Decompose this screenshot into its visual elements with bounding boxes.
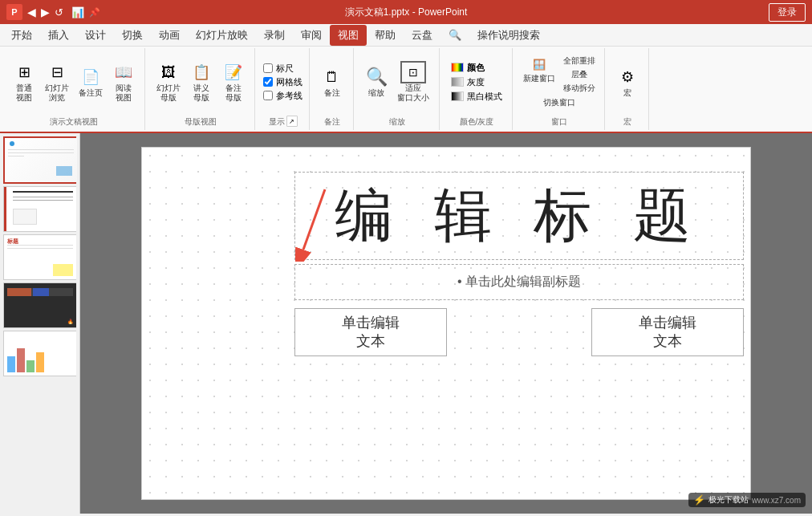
- slide-master-icon: 🖼: [157, 61, 180, 83]
- slide-text-left: 单击编辑文本: [342, 314, 400, 351]
- menu-item-search-ops[interactable]: 操作说明搜索: [469, 25, 548, 46]
- notes-icon: 🗒: [321, 66, 343, 88]
- show-label: 显示: [269, 116, 285, 128]
- macro-label: 宏: [623, 88, 631, 98]
- canvas-area[interactable]: 编 辑 标 题 • 单击此处编辑副标题 单击编辑文本 单击编辑文本 ⚡ 极光下载…: [80, 133, 812, 514]
- gridlines-label: 网格线: [276, 76, 302, 88]
- notes-page-button[interactable]: 📄 备注页: [75, 64, 106, 100]
- ribbon-group-presentation-views: ⊞ 普通视图 ⊟ 幻灯片浏览 📄 备注页 📖 阅读视图 演示文稿视图: [3, 48, 145, 130]
- gridlines-checkbox[interactable]: [263, 77, 273, 87]
- color-option-bw[interactable]: 黑白模式: [448, 90, 505, 104]
- menu-item-transition[interactable]: 切换: [114, 25, 151, 46]
- reading-view-icon: 📖: [112, 61, 135, 83]
- notes-label: 备注: [324, 88, 340, 98]
- slide-thumb-3-inner: 标题: [4, 235, 76, 279]
- menu-item-insert[interactable]: 插入: [40, 25, 77, 46]
- menu-item-design[interactable]: 设计: [77, 25, 114, 46]
- zoom-icon: 🔍: [365, 66, 388, 88]
- display-options: 标尺 网格线 参考线: [263, 63, 302, 102]
- ribbon: ⊞ 普通视图 ⊟ 幻灯片浏览 📄 备注页 📖 阅读视图 演示文稿视图 🖼 幻灯片…: [0, 47, 812, 133]
- slide-thumb-4[interactable]: 🔥: [3, 282, 76, 328]
- ribbon-group-window: 🪟 新建窗口 全部重排 层叠 移动拆分 切换窗口: [514, 48, 605, 130]
- grayscale-label: 灰度: [467, 76, 485, 88]
- move-split-button[interactable]: 移动拆分: [561, 82, 598, 95]
- slide-thumb-4-inner: 🔥: [4, 283, 76, 327]
- fit-window-button[interactable]: ⊡ 适应窗口大小: [394, 59, 432, 104]
- slide-sorter-button[interactable]: ⊟ 幻灯片浏览: [42, 59, 72, 104]
- color-group-label: 颜色/灰度: [460, 116, 494, 128]
- ruler-checkbox-label[interactable]: 标尺: [263, 63, 302, 75]
- color-swatch-full: [451, 63, 464, 72]
- slide-canvas[interactable]: 编 辑 标 题 • 单击此处编辑副标题 单击编辑文本 单击编辑文本: [141, 147, 751, 500]
- menu-item-cloud[interactable]: 云盘: [404, 25, 441, 46]
- macro-button[interactable]: ⚙ 宏: [613, 64, 642, 100]
- fit-window-icon: ⊡: [400, 61, 426, 83]
- menu-item-animation[interactable]: 动画: [151, 25, 188, 46]
- app-icon-ppt: 📊: [71, 6, 84, 18]
- refresh-icon[interactable]: ↺: [55, 6, 63, 18]
- notes-master-button[interactable]: 📝 备注母版: [219, 59, 248, 104]
- slide-master-button[interactable]: 🖼 幻灯片母版: [153, 59, 184, 104]
- slide-subtitle-box[interactable]: • 单击此处编辑副标题: [294, 264, 744, 300]
- ribbon-group-show: 标尺 网格线 参考线 显示 ↗: [257, 48, 310, 130]
- arrange-all-button[interactable]: 全部重排: [561, 55, 598, 67]
- menu-item-view[interactable]: 视图: [330, 25, 367, 46]
- color-option-color[interactable]: 颜色: [448, 61, 505, 75]
- new-window-button[interactable]: 🪟 新建窗口: [521, 55, 558, 95]
- slide-thumb-3[interactable]: 标题: [3, 234, 76, 280]
- handout-master-button[interactable]: 📋 讲义母版: [187, 59, 216, 104]
- reading-view-label: 阅读视图: [116, 83, 132, 103]
- search-icon[interactable]: 🔍: [441, 26, 469, 44]
- handout-master-label: 讲义母版: [193, 83, 209, 103]
- nav-forward-icon[interactable]: ▶: [41, 6, 50, 18]
- cascade-label: 层叠: [571, 69, 587, 80]
- watermark: ⚡ 极光下载站 www.xz7.com: [688, 493, 806, 507]
- login-button[interactable]: 登录: [769, 3, 806, 22]
- slide-thumb-1[interactable]: [3, 136, 76, 184]
- slide-thumb-2[interactable]: [3, 186, 76, 232]
- titlebar: P ◀ ▶ ↺ 📊 📌 演示文稿1.pptx - PowerPoint 登录: [0, 0, 812, 24]
- zoom-button[interactable]: 🔍 缩放: [362, 64, 391, 100]
- ribbon-group-notes: 🗒 备注 备注: [311, 48, 354, 130]
- guides-checkbox[interactable]: [263, 91, 273, 100]
- zoom-label: 缩放: [368, 88, 384, 98]
- ribbon-group-zoom: 🔍 缩放 ⊡ 适应窗口大小 缩放: [355, 48, 440, 130]
- window-group-label: 窗口: [551, 116, 567, 128]
- main-area: 标题 🔥: [0, 133, 812, 514]
- nav-back-icon[interactable]: ◀: [27, 6, 36, 18]
- color-option-grayscale[interactable]: 灰度: [448, 75, 505, 89]
- menu-item-help[interactable]: 帮助: [367, 25, 404, 46]
- slide-subtitle-text: • 单击此处编辑副标题: [457, 274, 581, 291]
- show-expand-button[interactable]: ↗: [286, 116, 298, 127]
- show-checkboxes: 标尺 网格线 参考线: [263, 50, 302, 114]
- slide-text-box-left[interactable]: 单击编辑文本: [294, 308, 447, 356]
- normal-view-button[interactable]: ⊞ 普通视图: [10, 59, 39, 104]
- menu-item-start[interactable]: 开始: [3, 25, 40, 46]
- ruler-label: 标尺: [276, 63, 294, 75]
- slide-thumb-1-inner: [5, 138, 77, 182]
- notes-group-label: 备注: [324, 116, 340, 128]
- slide-thumb-5[interactable]: [3, 331, 76, 376]
- menu-item-slideshow[interactable]: 幻灯片放映: [188, 25, 256, 46]
- menu-item-record[interactable]: 录制: [256, 25, 293, 46]
- ruler-checkbox[interactable]: [263, 63, 273, 73]
- notes-button[interactable]: 🗒 备注: [318, 64, 347, 100]
- cascade-button[interactable]: 层叠: [561, 68, 598, 81]
- color-swatch-bw: [451, 91, 464, 101]
- slide-text-box-right[interactable]: 单击编辑文本: [591, 308, 744, 356]
- slide-panel[interactable]: 标题 🔥: [0, 133, 80, 514]
- reading-view-button[interactable]: 📖 阅读视图: [109, 59, 138, 104]
- window-col: 全部重排 层叠 移动拆分: [561, 55, 598, 95]
- switch-window-button[interactable]: 切换窗口: [521, 96, 598, 109]
- ribbon-group-macro: ⚙ 宏 宏: [607, 48, 649, 130]
- arrange-all-label: 全部重排: [563, 55, 595, 67]
- notes-page-label: 备注页: [79, 88, 103, 98]
- ribbon-pin-icon[interactable]: 📌: [89, 7, 100, 18]
- color-options: 颜色 灰度 黑白模式: [448, 61, 505, 104]
- menu-item-review[interactable]: 审阅: [293, 25, 330, 46]
- gridlines-checkbox-label[interactable]: 网格线: [263, 76, 302, 88]
- normal-view-icon: ⊞: [13, 61, 35, 83]
- guides-checkbox-label[interactable]: 参考线: [263, 90, 302, 102]
- master-view-buttons: 🖼 幻灯片母版 📋 讲义母版 📝 备注母版: [153, 50, 248, 114]
- slide-title-box[interactable]: 编 辑 标 题: [294, 172, 744, 260]
